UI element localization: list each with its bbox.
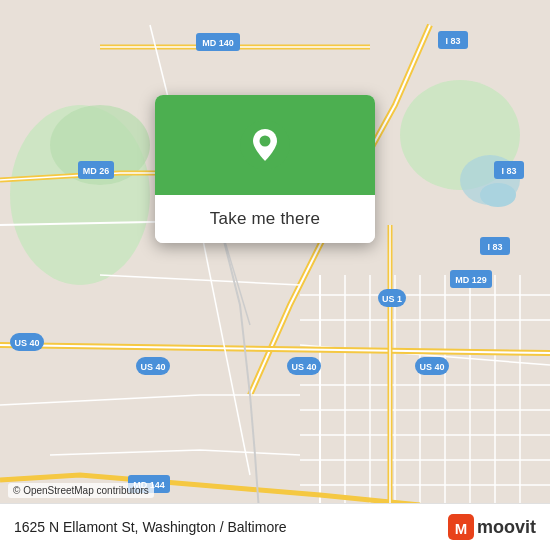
- location-pin-icon: [239, 119, 291, 171]
- svg-point-61: [260, 136, 271, 147]
- svg-text:MD 140: MD 140: [202, 38, 234, 48]
- address-text: 1625 N Ellamont St, Washington / Baltimo…: [14, 519, 287, 535]
- map-container: MD 140 I 83 MD 26 MD 26 I 83 I 83 US 1 M…: [0, 0, 550, 550]
- bottom-bar-content: 1625 N Ellamont St, Washington / Baltimo…: [14, 514, 536, 540]
- svg-text:MD 26: MD 26: [83, 166, 110, 176]
- popup-pin-area: [155, 95, 375, 195]
- svg-text:US 40: US 40: [291, 362, 316, 372]
- svg-text:US 1: US 1: [382, 294, 402, 304]
- svg-text:US 40: US 40: [14, 338, 39, 348]
- svg-text:MD 129: MD 129: [455, 275, 487, 285]
- osm-attribution: © OpenStreetMap contributors: [8, 483, 154, 498]
- moovit-logo-text: moovit: [477, 517, 536, 538]
- svg-text:M: M: [455, 520, 468, 537]
- svg-text:I 83: I 83: [501, 166, 516, 176]
- bottom-bar: 1625 N Ellamont St, Washington / Baltimo…: [0, 503, 550, 550]
- moovit-logo: M moovit: [448, 514, 536, 540]
- popup-card: Take me there: [155, 95, 375, 243]
- svg-point-5: [480, 183, 516, 207]
- map-background: MD 140 I 83 MD 26 MD 26 I 83 I 83 US 1 M…: [0, 0, 550, 550]
- svg-text:I 83: I 83: [487, 242, 502, 252]
- svg-text:US 40: US 40: [419, 362, 444, 372]
- moovit-brand-icon: M: [448, 514, 474, 540]
- osm-attribution-text: © OpenStreetMap contributors: [13, 485, 149, 496]
- svg-text:I 83: I 83: [445, 36, 460, 46]
- svg-text:US 40: US 40: [140, 362, 165, 372]
- take-me-there-button[interactable]: Take me there: [155, 195, 375, 243]
